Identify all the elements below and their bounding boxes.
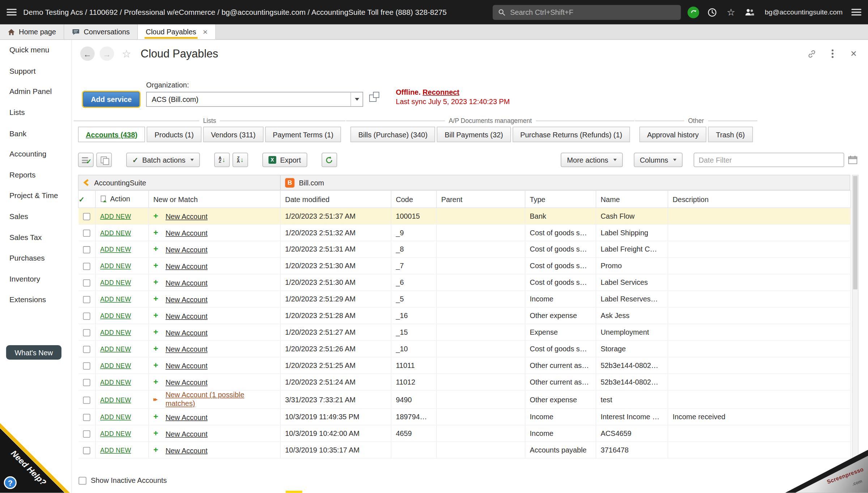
clear-selection-button[interactable] <box>96 153 112 167</box>
add-new-link[interactable]: ADD NEW <box>100 296 131 303</box>
column-header-new-or-match[interactable]: New or Match <box>149 190 280 207</box>
user-email[interactable]: bg@accountingsuite.com <box>765 8 842 16</box>
add-new-link[interactable]: ADD NEW <box>100 230 131 236</box>
row-checkbox[interactable] <box>83 396 90 404</box>
sidebar-item-project-time[interactable]: Project & Time <box>0 185 71 206</box>
row-checkbox[interactable] <box>83 213 90 220</box>
row-checkbox[interactable] <box>83 279 90 287</box>
column-header-code[interactable]: Code <box>391 190 437 207</box>
more-actions-button[interactable]: More actions <box>561 153 623 167</box>
row-checkbox[interactable] <box>83 296 90 303</box>
batch-actions-button[interactable]: ✓ Batch actions <box>126 153 200 167</box>
users-icon[interactable] <box>744 6 756 18</box>
row-checkbox[interactable] <box>83 414 90 421</box>
sidebar-item-quick-menu[interactable]: Quick menu <box>0 40 71 61</box>
sidebar-item-sales[interactable]: Sales <box>0 206 71 227</box>
column-header-action[interactable]: Action <box>95 190 149 207</box>
row-checkbox[interactable] <box>83 447 90 454</box>
table-row[interactable]: ADD NEW+New Account10/3/2019 11:49:35 PM… <box>78 408 851 425</box>
add-new-link[interactable]: ADD NEW <box>100 447 131 454</box>
vertical-scrollbar[interactable] <box>852 175 859 468</box>
view-tab-purchase-returns-refunds-1[interactable]: Purchase Returns (Refunds) (1) <box>512 127 630 142</box>
view-tab-vendors-311[interactable]: Vendors (311) <box>203 127 263 142</box>
view-tab-bill-payments-32[interactable]: Bill Payments (32) <box>437 127 511 142</box>
row-checkbox[interactable] <box>83 313 90 320</box>
forward-arrow-icon[interactable]: → <box>100 47 114 61</box>
need-help-ribbon[interactable]: Need Help? ? <box>0 410 83 493</box>
sidebar-item-accounting[interactable]: Accounting <box>0 144 71 165</box>
get-link-icon[interactable] <box>806 48 817 59</box>
add-new-link[interactable]: ADD NEW <box>100 430 131 437</box>
table-row[interactable]: ADD NEW+New Account1/20/2023 2:51:29 AM_… <box>78 291 851 307</box>
sidebar-item-inventory[interactable]: Inventory <box>0 269 71 290</box>
new-account-link[interactable]: New Account <box>166 430 208 438</box>
back-arrow-icon[interactable]: ← <box>80 47 95 61</box>
table-row[interactable]: ADD NEW+New Account1/20/2023 2:51:30 AM_… <box>78 258 851 274</box>
organization-select[interactable]: ACS (Bill.com) <box>146 92 363 107</box>
new-account-link[interactable]: New Account <box>166 212 208 221</box>
table-row[interactable]: ADD NEW+New Account1/20/2023 2:51:30 AM_… <box>78 274 851 291</box>
reconnect-link[interactable]: Reconnect <box>422 88 459 96</box>
add-new-link[interactable]: ADD NEW <box>100 329 131 336</box>
view-tab-payment-terms-1[interactable]: Payment Terms (1) <box>265 127 341 142</box>
view-tab-bills-purchase-340[interactable]: Bills (Purchase) (340) <box>350 127 435 142</box>
row-checkbox[interactable] <box>83 246 90 253</box>
new-account-link[interactable]: New Account <box>166 229 208 237</box>
row-checkbox[interactable] <box>83 263 90 270</box>
chevron-down-icon[interactable] <box>350 93 363 106</box>
new-account-link[interactable]: New Account <box>166 413 208 422</box>
hamburger-menu-icon[interactable] <box>7 9 17 15</box>
more-menu-icon[interactable] <box>827 48 838 59</box>
sidebar-item-bank[interactable]: Bank <box>0 123 71 144</box>
table-row[interactable]: ADD NEW+New Account1/20/2023 2:51:24 AM1… <box>78 374 851 390</box>
sidebar-item-support[interactable]: Support <box>0 61 71 82</box>
sidebar-item-lists[interactable]: Lists <box>0 102 71 123</box>
tab-home-page[interactable]: Home page <box>0 24 64 39</box>
columns-button[interactable]: Columns <box>634 153 682 167</box>
sidebar-item-sales-tax[interactable]: Sales Tax <box>0 227 71 248</box>
add-new-link[interactable]: ADD NEW <box>100 379 131 385</box>
row-checkbox[interactable] <box>83 346 90 353</box>
select-all-column-header[interactable]: ✓ <box>78 190 95 207</box>
view-tab-trash-6[interactable]: Trash (6) <box>708 127 753 142</box>
scrollbar-thumb[interactable] <box>853 176 858 290</box>
add-new-link[interactable]: ADD NEW <box>100 213 131 219</box>
new-account-link[interactable]: New Account <box>166 345 208 354</box>
whats-new-button[interactable]: What's New <box>6 345 61 360</box>
new-account-link[interactable]: New Account <box>166 329 208 337</box>
table-row[interactable]: ADD NEW▸▸New Account (1 possible matches… <box>78 390 851 409</box>
table-row[interactable]: ADD NEW+New Account10/3/2019 10:42:00 AM… <box>78 425 851 442</box>
view-tab-products-1[interactable]: Products (1) <box>147 127 201 142</box>
close-tab-icon[interactable]: × <box>203 28 208 36</box>
sort-descending-button[interactable]: ZA↓ <box>233 153 248 167</box>
favorites-star-icon[interactable]: ☆ <box>725 6 737 18</box>
row-checkbox[interactable] <box>83 230 90 237</box>
new-account-link[interactable]: New Account (1 possible matches) <box>166 391 259 408</box>
table-row[interactable]: ADD NEW+New Account1/20/2023 2:51:37 AM1… <box>78 208 851 224</box>
sort-ascending-button[interactable]: AZ↓ <box>214 153 230 167</box>
add-new-link[interactable]: ADD NEW <box>100 363 131 369</box>
refresh-button[interactable] <box>322 153 337 167</box>
table-row[interactable]: ADD NEW+New Account1/20/2023 2:51:27 AM_… <box>78 324 851 340</box>
add-new-link[interactable]: ADD NEW <box>100 396 131 403</box>
column-header-type[interactable]: Type <box>525 190 596 207</box>
open-list-icon[interactable] <box>369 95 376 102</box>
add-new-link[interactable]: ADD NEW <box>100 414 131 420</box>
add-new-link[interactable]: ADD NEW <box>100 263 131 269</box>
sync-status-icon[interactable] <box>688 7 699 18</box>
calendar-icon[interactable] <box>847 154 858 166</box>
date-filter-input[interactable] <box>694 153 844 167</box>
table-row[interactable]: ADD NEW+New Account1/20/2023 2:51:32 AM_… <box>78 224 851 241</box>
new-account-link[interactable]: New Account <box>166 378 208 387</box>
new-account-link[interactable]: New Account <box>166 362 208 370</box>
sidebar-item-admin-panel[interactable]: Admin Panel <box>0 81 71 102</box>
row-checkbox[interactable] <box>83 379 90 386</box>
table-row[interactable]: ADD NEW+New Account1/20/2023 2:51:31 AM_… <box>78 241 851 258</box>
favorite-page-star-icon[interactable]: ☆ <box>122 47 131 60</box>
new-account-link[interactable]: New Account <box>166 312 208 321</box>
sidebar-item-extensions[interactable]: Extensions <box>0 290 71 310</box>
new-account-link[interactable]: New Account <box>166 295 208 304</box>
row-checkbox[interactable] <box>83 363 90 370</box>
add-new-link[interactable]: ADD NEW <box>100 279 131 286</box>
user-menu-icon[interactable] <box>851 9 861 15</box>
